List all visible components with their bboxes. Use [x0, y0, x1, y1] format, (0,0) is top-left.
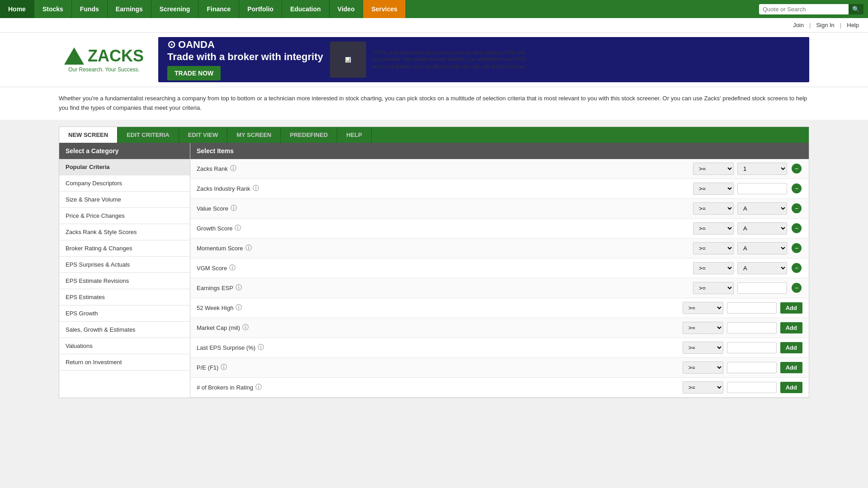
- op-select-52-week-high[interactable]: >=<=: [683, 302, 723, 314]
- remove-icon: −: [792, 283, 802, 293]
- nav-screening[interactable]: Screening: [151, 0, 199, 18]
- criteria-label-value-score: Value Score ⓘ: [197, 204, 287, 212]
- tab-help[interactable]: HELP: [337, 127, 372, 143]
- join-link[interactable]: Join: [793, 22, 804, 28]
- val-select-momentum-score[interactable]: ABCDF: [737, 242, 787, 254]
- add-button-market-cap[interactable]: Add: [780, 322, 802, 333]
- info-icon-earnings-esp[interactable]: ⓘ: [236, 284, 242, 292]
- info-icon-value-score[interactable]: ⓘ: [231, 204, 237, 212]
- category-broker-rating[interactable]: Broker Rating & Changes: [59, 240, 190, 257]
- info-icon-zacks-rank[interactable]: ⓘ: [230, 164, 236, 173]
- remove-button-value-score[interactable]: −: [791, 202, 802, 214]
- category-company-descriptors[interactable]: Company Descriptors: [59, 175, 190, 192]
- category-sales-growth[interactable]: Sales, Growth & Estimates: [59, 322, 190, 338]
- table-row: Zacks Rank ⓘ >=<== 12345 −: [190, 159, 809, 179]
- info-icon-pe-f1[interactable]: ⓘ: [221, 363, 227, 371]
- logo-tagline: Our Research. Your Success.: [68, 66, 139, 73]
- val-select-vgm-score[interactable]: ABCDF: [737, 262, 787, 274]
- op-select-growth-score[interactable]: >=<=: [693, 222, 734, 235]
- op-select-last-eps-surprise[interactable]: >=<=: [683, 342, 723, 354]
- category-eps-growth[interactable]: EPS Growth: [59, 305, 190, 322]
- info-icon-brokers-rating[interactable]: ⓘ: [255, 383, 262, 391]
- nav-services[interactable]: Services: [363, 0, 406, 18]
- nav-education[interactable]: Education: [282, 0, 330, 18]
- info-icon-momentum-score[interactable]: ⓘ: [245, 244, 252, 252]
- signin-link[interactable]: Sign In: [816, 22, 834, 28]
- op-select-earnings-esp[interactable]: >=<=: [693, 282, 734, 294]
- ad-button[interactable]: TRADE NOW: [167, 66, 221, 80]
- op-select-vgm-score[interactable]: >=<=: [693, 262, 734, 274]
- search-input[interactable]: [759, 4, 849, 14]
- criteria-controls-growth-score: >=<= ABCDF −: [693, 222, 802, 235]
- sep1: |: [809, 22, 811, 28]
- tab-my-screen[interactable]: MY SCREEN: [227, 127, 281, 143]
- category-price-price-changes[interactable]: Price & Price Changes: [59, 208, 190, 224]
- nav-portfolio[interactable]: Portfolio: [239, 0, 282, 18]
- op-select-brokers-rating[interactable]: >=<=: [683, 381, 723, 394]
- op-select-industry-rank[interactable]: >=<=: [693, 183, 734, 195]
- op-select-value-score[interactable]: >=<=: [693, 202, 734, 215]
- add-button-last-eps-surprise[interactable]: Add: [780, 342, 802, 353]
- category-zacks-rank-style[interactable]: Zacks Rank & Style Scores: [59, 224, 190, 240]
- val-input-pe-f1[interactable]: [727, 362, 777, 373]
- info-icon-growth-score[interactable]: ⓘ: [235, 224, 241, 232]
- remove-button-vgm-score[interactable]: −: [791, 262, 802, 274]
- remove-button-industry-rank[interactable]: −: [791, 183, 802, 194]
- nav-video[interactable]: Video: [330, 0, 363, 18]
- criteria-label-last-eps-surprise: Last EPS Surprise (%) ⓘ: [197, 343, 287, 352]
- add-button-pe-f1[interactable]: Add: [780, 362, 802, 373]
- val-select-value-score[interactable]: ABCDF: [737, 202, 787, 215]
- tab-edit-view[interactable]: EDIT VIEW: [179, 127, 227, 143]
- val-input-industry-rank[interactable]: [737, 183, 787, 194]
- add-button-brokers-rating[interactable]: Add: [780, 382, 802, 393]
- remove-button-zacks-rank[interactable]: −: [791, 163, 802, 174]
- criteria-controls-industry-rank: >=<= −: [693, 183, 802, 195]
- val-input-market-cap[interactable]: [727, 322, 777, 333]
- info-icon-52-week-high[interactable]: ⓘ: [236, 304, 242, 312]
- table-row: P/E (F1) ⓘ >=<= Add: [190, 358, 809, 378]
- op-select-zacks-rank[interactable]: >=<==: [693, 163, 734, 175]
- category-eps-estimate-revisions[interactable]: EPS Estimate Revisions: [59, 273, 190, 289]
- remove-button-momentum-score[interactable]: −: [791, 242, 802, 254]
- val-input-earnings-esp[interactable]: [737, 282, 787, 294]
- criteria-label-industry-rank: Zacks Industry Rank ⓘ: [197, 184, 287, 192]
- val-input-brokers-rating[interactable]: [727, 382, 777, 393]
- table-row: Market Cap (mil) ⓘ >=<= Add: [190, 318, 809, 338]
- op-select-market-cap[interactable]: >=<=: [683, 322, 723, 334]
- remove-button-growth-score[interactable]: −: [791, 222, 802, 234]
- tab-new-screen[interactable]: NEW SCREEN: [59, 127, 118, 143]
- tab-edit-criteria[interactable]: EDIT CRITERIA: [118, 127, 179, 143]
- val-select-zacks-rank[interactable]: 12345: [737, 163, 787, 175]
- info-icon-industry-rank[interactable]: ⓘ: [253, 184, 259, 192]
- add-button-52-week-high[interactable]: Add: [780, 302, 802, 314]
- val-input-last-eps-surprise[interactable]: [727, 342, 777, 353]
- remove-button-earnings-esp[interactable]: −: [791, 282, 802, 294]
- nav-finance[interactable]: Finance: [198, 0, 239, 18]
- val-input-52-week-high[interactable]: [727, 302, 777, 314]
- op-select-momentum-score[interactable]: >=<=: [693, 242, 734, 254]
- remove-icon: −: [792, 183, 802, 193]
- help-link[interactable]: Help: [847, 22, 859, 28]
- nav-funds[interactable]: Funds: [72, 0, 108, 18]
- nav-stocks[interactable]: Stocks: [34, 0, 72, 18]
- criteria-label-momentum-score: Momentum Score ⓘ: [197, 244, 287, 252]
- right-panel: Select Items Zacks Rank ⓘ >=<== 12345 −: [190, 143, 809, 398]
- info-icon-market-cap[interactable]: ⓘ: [242, 324, 249, 332]
- remove-icon: −: [792, 263, 802, 273]
- category-eps-estimates[interactable]: EPS Estimates: [59, 289, 190, 305]
- category-valuations[interactable]: Valuations: [59, 338, 190, 354]
- category-size-share-volume[interactable]: Size & Share Volume: [59, 192, 190, 208]
- category-eps-surprises[interactable]: EPS Surprises & Actuals: [59, 257, 190, 273]
- tab-predefined[interactable]: PREDEFINED: [281, 127, 337, 143]
- val-select-growth-score[interactable]: ABCDF: [737, 222, 787, 235]
- category-return-on-investment[interactable]: Return on Investment: [59, 354, 190, 371]
- info-icon-last-eps-surprise[interactable]: ⓘ: [258, 343, 264, 352]
- op-select-pe-f1[interactable]: >=<=: [683, 361, 723, 374]
- criteria-label-market-cap: Market Cap (mil) ⓘ: [197, 324, 287, 332]
- table-row: Momentum Score ⓘ >=<= ABCDF −: [190, 239, 809, 258]
- search-button[interactable]: 🔍: [849, 4, 863, 14]
- category-popular-criteria[interactable]: Popular Criteria: [59, 159, 190, 175]
- info-icon-vgm-score[interactable]: ⓘ: [229, 264, 236, 272]
- nav-home[interactable]: Home: [0, 0, 34, 18]
- nav-earnings[interactable]: Earnings: [108, 0, 151, 18]
